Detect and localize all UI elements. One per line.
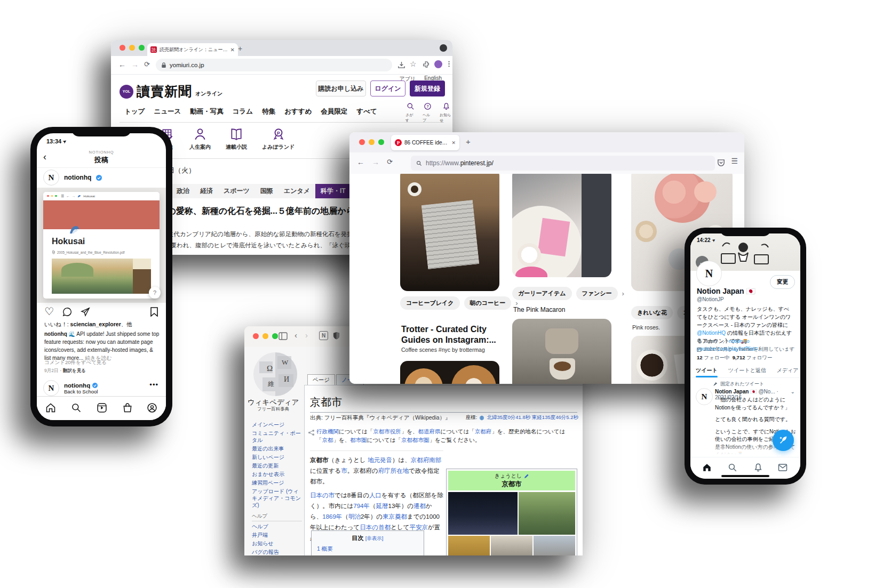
sidebar-link[interactable]: メインページ — [252, 421, 302, 428]
login-button[interactable]: ログイン — [370, 80, 405, 96]
notion-avatar[interactable]: N — [43, 170, 59, 186]
follow-counts[interactable]: 12 フォロー中 9,712 フォロワー — [697, 355, 772, 361]
home-icon[interactable] — [702, 463, 712, 472]
toc-item[interactable]: 1 概要 — [317, 545, 418, 553]
sidebar-link[interactable]: 新しいページ — [252, 454, 302, 461]
sidebar-link[interactable]: ヘルプ — [252, 523, 302, 530]
window-controls[interactable] — [359, 139, 384, 145]
pin-latte-photo[interactable] — [400, 361, 499, 384]
back-icon[interactable]: ← — [118, 60, 126, 69]
website-link[interactable]: notion.so — [729, 338, 750, 344]
sidebar-link[interactable]: お知らせ — [252, 540, 302, 547]
pin-teapot-photo[interactable] — [512, 319, 611, 384]
window-controls[interactable] — [253, 333, 278, 339]
cat-science-it[interactable]: 科学・IT — [315, 184, 351, 198]
hamburger-menu-icon[interactable]: ☰ — [731, 157, 738, 165]
signup-button[interactable]: 新規登録 — [410, 80, 445, 96]
forward-icon[interactable]: › — [305, 331, 308, 340]
tag-coffee-break[interactable]: コーヒーブレイク — [400, 296, 460, 310]
edit-pencil-icon[interactable] — [524, 474, 529, 479]
like-heart-icon[interactable]: ♡ — [44, 305, 54, 318]
more-options-icon[interactable]: ••• — [149, 381, 158, 389]
caption-username[interactable]: notionhq — [44, 331, 67, 337]
extensions-puzzle-icon[interactable] — [423, 61, 430, 68]
tweet-author[interactable]: Notion Japan — [715, 389, 749, 394]
reels-icon[interactable] — [97, 402, 107, 413]
reload-icon[interactable]: ⟳ — [144, 60, 150, 68]
close-tab-icon[interactable]: ✕ — [451, 140, 456, 146]
cat-entertainment[interactable]: エンタメ — [279, 184, 315, 198]
home-icon[interactable] — [45, 402, 56, 413]
tag-morning-coffee[interactable]: 朝のコーヒー — [464, 296, 512, 310]
pin-newspaper-photo[interactable] — [400, 174, 499, 291]
minimize-window-button[interactable] — [262, 333, 268, 339]
close-tab-icon[interactable]: ✕ — [230, 47, 235, 53]
tab-page[interactable]: ページ — [307, 374, 335, 385]
shield-icon[interactable] — [333, 332, 340, 340]
share-icon[interactable] — [397, 61, 405, 69]
chevron-down-icon[interactable]: ⌄ — [791, 389, 795, 394]
kebab-menu-icon[interactable]: ⋮ — [446, 60, 452, 68]
yomiuri-logo[interactable]: YOL 讀賣新聞 オンライン — [120, 83, 222, 100]
coordinates[interactable]: 座標: 北緯35度0分41.8秒 東経135度46分5.2秒 — [466, 414, 578, 421]
toc-item[interactable]: 2 地理 — [317, 555, 418, 555]
sidebar-link[interactable]: アップロード (ウィキメディア・コモンズ) — [252, 488, 302, 509]
help-utility[interactable]: ? ヘルプ — [423, 102, 432, 123]
nav-recommend[interactable]: おすすめ — [284, 107, 312, 116]
notion-clipper-icon[interactable]: N — [319, 331, 328, 340]
post-media[interactable]: ☰ ← → Hokusai Hokusai 2005_Hokusai_and_t… — [37, 188, 166, 303]
notion-avatar[interactable]: N — [43, 380, 59, 396]
notion-avatar[interactable]: N — [697, 261, 721, 286]
minimize-window-button[interactable] — [129, 45, 135, 51]
tab-media[interactable]: メディア — [771, 364, 800, 377]
forward-icon[interactable]: → — [131, 60, 139, 69]
bookmark-star-icon[interactable]: ☆ — [410, 60, 417, 68]
bell-icon[interactable] — [753, 463, 763, 472]
coords-value[interactable]: 北緯35度0分41.8秒 東経135度46分5.2秒 — [487, 414, 578, 421]
share-plane-icon[interactable] — [81, 307, 90, 317]
toc-hide-link[interactable]: [非表示] — [365, 535, 384, 541]
quick-yomipo-land[interactable]: P よみぽランド — [262, 127, 295, 151]
close-window-button[interactable] — [120, 45, 125, 51]
search-icon[interactable] — [728, 463, 737, 472]
search-icon[interactable] — [71, 402, 82, 413]
tweet-avatar[interactable]: N — [696, 388, 713, 405]
close-window-button[interactable] — [253, 333, 259, 339]
sidebar-link[interactable]: 練習用ページ — [252, 479, 302, 486]
browser-tab[interactable]: P 86 COFFEE ideas | coffee, coffe ✕ — [391, 135, 459, 150]
pocket-save-icon[interactable] — [717, 159, 725, 167]
new-tab-button[interactable]: + — [238, 44, 242, 53]
chevron-right-icon[interactable]: › — [622, 289, 624, 297]
cat-economy[interactable]: 経済 — [195, 184, 218, 198]
nav-all[interactable]: すべて — [356, 107, 377, 116]
likes-line[interactable]: いいね！: sciencian_explorer、他 — [44, 321, 132, 328]
address-bar[interactable]: yomiuri.co.jp — [156, 59, 392, 71]
tab-replies[interactable]: ツイートと返信 — [723, 364, 771, 377]
tag-girly-item[interactable]: ガーリーアイテム — [512, 287, 572, 300]
compose-tweet-fab[interactable] — [773, 430, 794, 451]
nav-column[interactable]: コラム — [233, 107, 253, 116]
cat-sports[interactable]: スポーツ — [218, 184, 255, 198]
search-utility[interactable]: さがす — [405, 102, 415, 123]
bookmark-icon[interactable] — [150, 307, 158, 317]
post-username[interactable]: notionhq — [64, 174, 91, 181]
comment-icon[interactable] — [62, 307, 72, 317]
nav-top[interactable]: トップ — [124, 107, 145, 116]
next-username[interactable]: notionhq — [64, 382, 90, 389]
nav-news[interactable]: ニュース — [154, 107, 181, 116]
zoom-window-button[interactable] — [139, 45, 145, 51]
back-icon[interactable]: ← — [357, 158, 364, 166]
address-bar[interactable]: https://www.pinterest.jp/ — [411, 156, 715, 171]
zoom-window-button[interactable] — [272, 333, 278, 339]
sidebar-link[interactable]: 最近の出来事 — [252, 445, 302, 452]
help-button[interactable]: ? — [149, 287, 161, 299]
minimize-window-button[interactable] — [369, 139, 375, 145]
window-controls[interactable] — [120, 45, 145, 51]
back-icon[interactable]: ‹ — [295, 331, 297, 340]
nav-members[interactable]: 会員限定 — [321, 107, 347, 116]
tab-tweets[interactable]: ツイート — [690, 364, 723, 377]
sidebar-link[interactable]: おまかせ表示 — [252, 471, 302, 478]
cat-international[interactable]: 国際 — [255, 184, 279, 198]
translate-link[interactable]: 翻訳を見る — [63, 368, 86, 373]
notice-utility[interactable]: お知らせ — [440, 102, 452, 123]
